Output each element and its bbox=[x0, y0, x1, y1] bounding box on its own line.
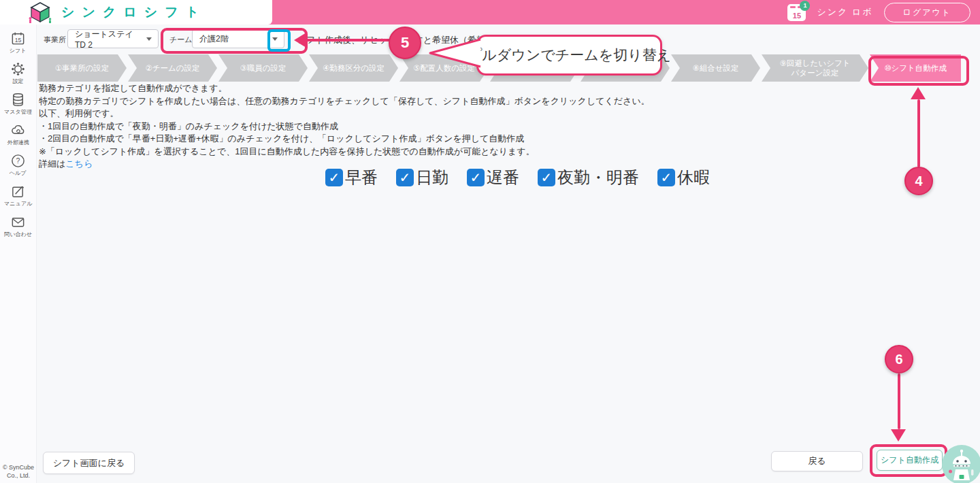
step-4-work-category[interactable]: ④勤務区分の設定 bbox=[309, 54, 398, 82]
check-icon: ✓ bbox=[325, 169, 343, 186]
annotation-balloon-6: 6 bbox=[885, 345, 913, 373]
detail-link[interactable]: こちら bbox=[65, 159, 93, 169]
step-8-combination[interactable]: ⑧組合せ設定 bbox=[671, 54, 760, 82]
checkbox-kyuka[interactable]: ✓休暇 bbox=[657, 167, 710, 188]
sidebar-item-shift[interactable]: 15 シフト bbox=[0, 31, 36, 55]
back-button[interactable]: 戻る bbox=[771, 451, 863, 471]
help-icon: ? bbox=[10, 153, 26, 169]
annotation-arrow-6-line bbox=[898, 373, 900, 429]
checkbox-osoban[interactable]: ✓遅番 bbox=[467, 167, 519, 188]
app-logo-cube-icon bbox=[29, 1, 52, 23]
mail-icon bbox=[10, 214, 26, 230]
description-line: 勤務カテゴリを指定して自動作成ができます。 bbox=[39, 83, 650, 96]
office-select-value: ショートステイTD 2 bbox=[75, 29, 143, 50]
sidebar-item-manual[interactable]: マニュアル bbox=[0, 184, 36, 208]
auto-create-shift-button[interactable]: シフト自動作成 bbox=[877, 450, 943, 471]
chevron-down-icon bbox=[272, 37, 278, 41]
database-icon bbox=[10, 92, 26, 107]
annotation-balloon-4: 4 bbox=[904, 167, 933, 195]
chevron-down-icon bbox=[146, 37, 152, 41]
team-label: チーム bbox=[169, 35, 193, 45]
check-icon: ✓ bbox=[538, 169, 555, 186]
annotation-arrow-6-head bbox=[891, 429, 906, 442]
annotation-arrow-4-head bbox=[911, 87, 926, 99]
logo-panel: シンクロシフト bbox=[0, 0, 272, 24]
step-2-team[interactable]: ②チームの設定 bbox=[128, 54, 217, 82]
team-select-value: 介護2階 bbox=[199, 33, 229, 45]
svg-text:15: 15 bbox=[15, 37, 22, 44]
logout-button[interactable]: ログアウト bbox=[884, 3, 970, 22]
detail-link-prefix: 詳細は bbox=[39, 159, 65, 169]
office-label: 事業所 bbox=[44, 35, 66, 45]
team-select[interactable]: 介護2階 bbox=[192, 29, 284, 48]
sidebar: 15 シフト 設定 マスタ管理 外部連携 bbox=[0, 24, 37, 483]
description-line: ※「ロックしてシフト作成」を選択することで、1回目に自動作成した内容を保持した状… bbox=[39, 146, 650, 159]
step-1-office[interactable]: ①事業所の設定 bbox=[37, 54, 127, 82]
cloud-sync-icon bbox=[10, 122, 26, 138]
copyright: © SynCube Co., Ltd. bbox=[0, 463, 37, 480]
gear-icon bbox=[10, 61, 26, 77]
sidebar-item-external[interactable]: 外部連携 bbox=[0, 122, 36, 147]
callout-bubble: プルダウンでチームを切り替え bbox=[476, 35, 662, 76]
sidebar-item-master[interactable]: マスタ管理 bbox=[0, 92, 36, 116]
check-icon: ✓ bbox=[396, 169, 414, 186]
sidebar-item-contact[interactable]: 問い合わせ bbox=[0, 214, 36, 239]
svg-text:?: ? bbox=[16, 156, 20, 165]
sidebar-item-help[interactable]: ? ヘルプ bbox=[0, 153, 36, 178]
office-select[interactable]: ショートステイTD 2 bbox=[67, 29, 159, 48]
annotation-arrow-4-line bbox=[917, 99, 920, 167]
sync-robo-label[interactable]: シンク ロボ bbox=[817, 6, 872, 18]
calendar-icon: 15 bbox=[10, 31, 26, 46]
step-10-auto-create[interactable]: ⑩シフト自動作成 bbox=[870, 54, 961, 82]
checkbox-hayaban[interactable]: ✓早番 bbox=[325, 167, 378, 188]
check-icon: ✓ bbox=[467, 169, 485, 186]
annotation-arrow-5-head bbox=[294, 33, 306, 48]
checkbox-nikkin[interactable]: ✓日勤 bbox=[396, 167, 448, 188]
chatbot-avatar[interactable] bbox=[942, 445, 980, 483]
annotation-balloon-5: 5 bbox=[389, 27, 421, 59]
annotation-arrow-5-line bbox=[305, 39, 390, 41]
description-line: 以下、利用例です。 bbox=[39, 108, 650, 121]
app-title: シンクロシフト bbox=[61, 3, 206, 21]
callout-tail bbox=[423, 37, 482, 69]
notification-badge: 1 bbox=[800, 1, 810, 11]
step-9-avoid-pattern[interactable]: ⑨回避したいシフトパターン設定 bbox=[762, 54, 868, 82]
description-line: ・1回目の自動作成で「夜勤・明番」のみチェックを付けた状態で自動作成 bbox=[39, 121, 650, 134]
calendar-day: 15 bbox=[787, 12, 806, 20]
checkbox-yakin-akeban[interactable]: ✓夜勤・明番 bbox=[538, 167, 639, 188]
manual-icon bbox=[10, 184, 26, 199]
sidebar-item-settings[interactable]: 設定 bbox=[0, 61, 36, 86]
header-bar: シンクロシフト 15 1 シンク ロボ ログアウト bbox=[0, 0, 980, 24]
header-calendar-icon[interactable]: 15 1 bbox=[787, 4, 806, 21]
check-icon: ✓ bbox=[657, 169, 675, 186]
step-3-staff[interactable]: ③職員の設定 bbox=[218, 54, 308, 82]
category-checkbox-row: ✓早番 ✓日勤 ✓遅番 ✓夜勤・明番 ✓休暇 bbox=[325, 167, 710, 188]
description-line: 特定の勤務カテゴリでシフトを作成したい場合は、任意の勤務カテゴリをチェックして「… bbox=[39, 96, 650, 109]
description-block: 勤務カテゴリを指定して自動作成ができます。 特定の勤務カテゴリでシフトを作成した… bbox=[39, 83, 650, 171]
return-to-shift-screen-button[interactable]: シフト画面に戻る bbox=[43, 452, 135, 474]
description-line: ・2回目の自動作成で「早番+日勤+遅番+休暇」のみチェックを付け、「ロックしてシ… bbox=[39, 133, 650, 146]
